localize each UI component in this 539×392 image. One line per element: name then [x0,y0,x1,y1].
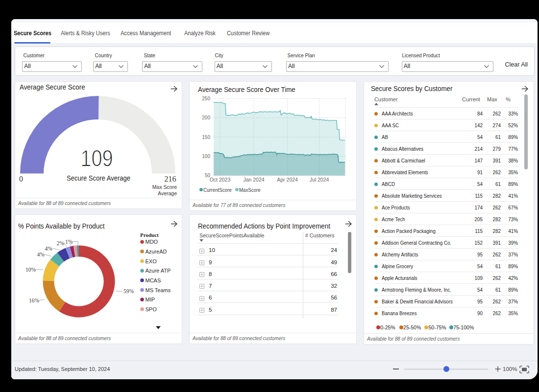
svg-text:Jul 2024: Jul 2024 [310,177,329,183]
svg-text:250: 250 [202,96,210,101]
svg-text:200: 200 [202,115,210,120]
svg-text:MDO: MDO [146,239,158,245]
svg-text:2%: 2% [56,240,64,246]
svg-text:100: 100 [202,154,210,159]
svg-text:MCAS: MCAS [146,277,161,283]
svg-text:Azure ATP: Azure ATP [146,268,171,274]
svg-text:Apr 2024: Apr 2024 [277,177,298,183]
svg-text:MS Teams: MS Teams [146,287,171,293]
svg-text:16%: 16% [29,298,40,303]
svg-text:10%: 10% [25,267,36,273]
svg-text:Jan 2024: Jan 2024 [243,177,264,183]
svg-text:Oct 2023: Oct 2023 [210,177,231,183]
svg-text:1%: 1% [65,239,73,245]
svg-text:4%: 4% [37,252,45,257]
svg-text:SPO: SPO [146,306,157,312]
svg-text:AzureAD: AzureAD [146,249,167,254]
svg-text:EXO: EXO [146,258,157,264]
svg-text:150: 150 [202,135,210,140]
svg-text:MIP: MIP [146,297,155,302]
svg-text:Product: Product [140,232,159,238]
svg-text:4%: 4% [45,246,53,252]
svg-text:59%: 59% [123,288,134,294]
